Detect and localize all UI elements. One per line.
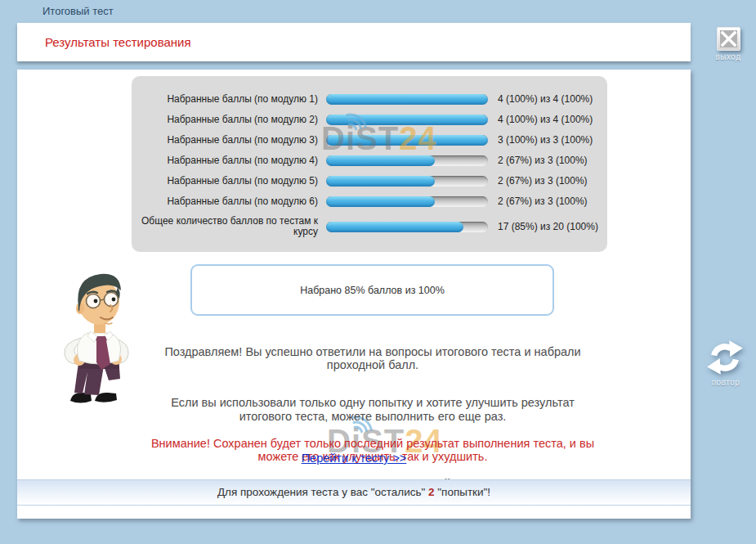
progress-fill [326, 176, 435, 187]
progress-fill [326, 115, 488, 125]
progress-track [326, 176, 488, 187]
progress-row: Набранные баллы (по модулю 2) 4 (100%) и… [132, 114, 607, 125]
progress-label: Набранные баллы (по модулю 4) [132, 155, 318, 166]
progress-row: Набранные баллы (по модулю 3) 3 (100%) и… [132, 134, 607, 146]
progress-row: Набранные баллы (по модулю 1) 4 (100%) и… [132, 93, 607, 105]
attempts-text-suffix: "попытки"! [435, 486, 491, 498]
page-title: Результаты тестирования [45, 23, 191, 61]
progress-track [326, 196, 488, 207]
progress-value: 4 (100%) из 4 (100%) [498, 114, 593, 125]
module-scores-panel: Набранные баллы (по модулю 1) 4 (100%) и… [132, 76, 607, 252]
progress-value: 3 (100%) из 3 (100%) [498, 134, 593, 146]
progress-label: Набранные баллы (по модулю 3) [132, 135, 318, 146]
progress-track [326, 115, 488, 125]
repeat-button-label: повтор [700, 378, 752, 387]
progress-track [326, 222, 488, 232]
score-summary-text: Набрано 85% баллов из 100% [300, 285, 445, 296]
progress-value: 17 (85%) из 20 (100%) [498, 221, 598, 232]
progress-track [326, 94, 488, 105]
exit-button-label: выход [702, 52, 754, 61]
window-title: Итоговый тест [42, 5, 114, 17]
progress-value: 4 (100%) из 4 (100%) [498, 93, 593, 105]
repeat-button[interactable] [705, 338, 745, 377]
goto-test-link[interactable]: Перейти к тесту >> [302, 452, 407, 465]
result-messages: Поздравляем! Вы успешно ответили на вопр… [115, 331, 630, 504]
test-results-page: { "window_title": "Итоговый тест", "head… [0, 0, 756, 544]
progress-row: Общее количество баллов по тестам к курс… [132, 216, 607, 237]
progress-fill [326, 222, 463, 232]
progress-row: Набранные баллы (по модулю 4) 2 (67%) из… [132, 155, 607, 166]
progress-fill [326, 155, 435, 166]
progress-label: Набранные баллы (по модулю 2) [132, 115, 318, 125]
progress-label: Набранные баллы (по модулю 5) [132, 176, 318, 187]
progress-row: Набранные баллы (по модулю 5) 2 (67%) из… [132, 175, 607, 187]
results-main-panel: Набранные баллы (по модулю 1) 4 (100%) и… [17, 70, 691, 519]
attempts-remaining-bar: Для прохождения теста у вас "остались" 2… [17, 479, 691, 506]
progress-track [326, 155, 488, 166]
progress-row: Набранные баллы (по модулю 6) 2 (67%) из… [132, 196, 607, 207]
results-rows: Набранные баллы (по модулю 1) 4 (100%) и… [132, 93, 607, 237]
close-icon [720, 30, 737, 47]
progress-fill [326, 196, 435, 207]
attempts-count: 2 [428, 486, 435, 498]
progress-fill [326, 94, 488, 105]
progress-label: Общее количество баллов по тестам к курс… [132, 216, 318, 237]
repeat-arrows-icon [705, 338, 745, 377]
exit-button[interactable] [717, 27, 740, 51]
link-row: Перейти к тесту >> [17, 451, 691, 465]
progress-track [326, 135, 488, 146]
progress-label: Набранные баллы (по модулю 1) [132, 94, 318, 105]
results-header-bar: Результаты тестирования [17, 23, 691, 61]
progress-value: 2 (67%) из 3 (100%) [498, 196, 588, 207]
progress-value: 2 (67%) из 3 (100%) [498, 155, 588, 166]
progress-value: 2 (67%) из 3 (100%) [498, 175, 588, 187]
attempts-text-prefix: Для прохождения теста у вас "остались" [217, 486, 428, 498]
score-summary-box: Набрано 85% баллов из 100% [190, 264, 554, 316]
progress-fill [326, 135, 488, 146]
congrats-text: Поздравляем! Вы успешно ответили на вопр… [115, 345, 630, 372]
progress-label: Набранные баллы (по модулю 6) [132, 196, 318, 207]
retry-info-text: Если вы использовали только одну попытку… [115, 396, 630, 423]
